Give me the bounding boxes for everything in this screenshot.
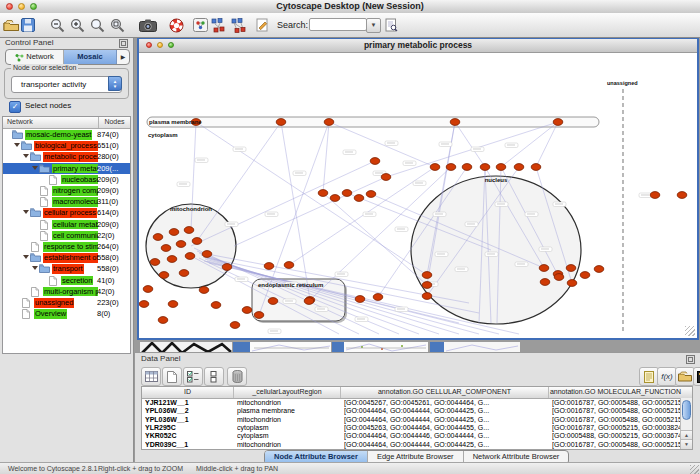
tree-row[interactable]: Overview8(0) <box>3 308 130 319</box>
tree-column-network[interactable]: Network <box>3 117 99 128</box>
graph-node[interactable] <box>324 119 334 126</box>
zoom-in-button[interactable] <box>70 16 85 34</box>
graph-node[interactable] <box>342 190 352 197</box>
network-window-titlebar[interactable]: primary metabolic process <box>139 39 697 53</box>
graph-node[interactable] <box>276 119 286 126</box>
graph-node[interactable] <box>580 272 590 279</box>
zoom-selected-button[interactable] <box>90 16 105 34</box>
graph-node[interactable] <box>539 265 549 272</box>
expand-arrow-icon[interactable] <box>32 266 38 270</box>
graph-node[interactable] <box>254 312 264 319</box>
tree-column-nodes[interactable]: Nodes <box>99 117 130 128</box>
column-header-molecular-function[interactable]: annotation.GO MOLECULAR_FUNCTION <box>549 387 682 398</box>
tree-row[interactable]: nucleobase-209(0) <box>3 174 130 185</box>
expand-arrow-icon[interactable] <box>14 143 20 147</box>
graph-node[interactable] <box>554 274 564 281</box>
graph-node[interactable] <box>150 259 160 266</box>
tab-mosaic[interactable]: Mosaic <box>64 50 117 64</box>
graph-node[interactable] <box>553 119 563 126</box>
graph-node[interactable] <box>677 192 687 199</box>
graph-node[interactable] <box>159 272 169 279</box>
vizmapper-button[interactable] <box>193 16 208 34</box>
tab-overflow-arrow[interactable]: ▶ <box>117 50 129 64</box>
graph-node[interactable] <box>153 234 163 241</box>
graph-node[interactable] <box>422 282 432 289</box>
tree-row[interactable]: unassigned223(0) <box>3 297 130 308</box>
graph-node[interactable] <box>355 296 365 303</box>
tree-row[interactable]: biological_process651(0) <box>3 140 130 151</box>
snapshot-button[interactable] <box>139 16 157 34</box>
table-row[interactable]: YKR052Ccytoplasm[GO:0044464, GO:0044446,… <box>142 432 681 440</box>
graph-node[interactable] <box>462 164 472 171</box>
scrollbar-thumb[interactable] <box>682 400 691 420</box>
node-color-combobox[interactable]: transporter activity ▲▼ <box>11 76 122 93</box>
graph-node[interactable] <box>370 158 380 165</box>
graph-node[interactable] <box>540 279 550 286</box>
table-row[interactable]: YJR121W__1mitochondrion[GO:0045267, GO:0… <box>142 399 681 407</box>
graph-node[interactable] <box>284 262 294 269</box>
combobox-stepper-icon[interactable]: ▲▼ <box>108 76 122 91</box>
tree-row[interactable]: mosaic-demo-yeast874(0) <box>3 129 130 140</box>
graph-node[interactable] <box>480 164 490 171</box>
graph-node[interactable] <box>566 265 576 272</box>
unselect-attributes-button[interactable] <box>204 367 224 386</box>
tree-row[interactable]: establishment of lo558(0) <box>3 252 130 263</box>
column-header-id[interactable]: ID <box>142 387 234 398</box>
table-scrollbar[interactable]: ▲ ▼ <box>680 398 692 449</box>
network-canvas[interactable]: plasma membranecytoplasmmitochondrionnuc… <box>139 53 697 338</box>
graph-node[interactable] <box>330 195 340 202</box>
tree-row[interactable]: metabolic process280(0) <box>3 151 130 162</box>
delete-attribute-button[interactable] <box>227 367 247 386</box>
graph-node[interactable] <box>496 164 506 171</box>
tree-row[interactable]: multi-organism pro42(0) <box>3 286 130 297</box>
annotation-button[interactable] <box>256 16 269 34</box>
graph-node[interactable] <box>366 191 376 198</box>
tree-row[interactable]: nitrogen compo209(0) <box>3 185 130 196</box>
graph-node[interactable] <box>242 307 252 314</box>
graph-node[interactable] <box>211 302 221 309</box>
graph-node[interactable] <box>169 229 179 236</box>
search-dropdown-button[interactable]: ▼ <box>366 18 381 33</box>
graph-node[interactable] <box>176 241 186 248</box>
open-attributes-button[interactable] <box>675 367 695 386</box>
window-resize-grip[interactable] <box>685 326 695 336</box>
column-header-cellular-component[interactable]: annotation.GO CELLULAR_COMPONENT <box>341 387 549 398</box>
formula-button[interactable]: f(x) <box>657 367 677 386</box>
graph-node[interactable] <box>202 251 212 258</box>
graph-node[interactable] <box>650 192 660 199</box>
graph-node[interactable] <box>514 164 524 171</box>
tab-network[interactable]: Network <box>6 50 64 64</box>
layout-button-2[interactable] <box>231 16 247 34</box>
new-attribute-button[interactable] <box>162 367 182 386</box>
expand-arrow-icon[interactable] <box>23 210 29 214</box>
graph-node[interactable] <box>567 280 577 287</box>
graph-node[interactable] <box>161 245 171 252</box>
tree-row[interactable]: primary metabo209(... <box>3 163 130 174</box>
search-input[interactable] <box>309 18 367 31</box>
zoom-out-button[interactable] <box>50 16 65 34</box>
graph-node[interactable] <box>264 263 274 270</box>
graph-node[interactable] <box>373 294 383 301</box>
tree-row[interactable]: macromolecule311(0) <box>3 196 130 207</box>
graph-node[interactable] <box>354 195 364 202</box>
graph-node[interactable] <box>168 301 178 308</box>
float-data-panel-icon[interactable] <box>686 355 695 364</box>
attribute-table-button[interactable] <box>141 367 161 386</box>
graph-node[interactable] <box>143 286 153 293</box>
expand-arrow-icon[interactable] <box>23 154 29 158</box>
matrix-button[interactable] <box>693 367 700 386</box>
tree-row[interactable]: cell communicat22(0) <box>3 230 130 241</box>
float-panel-icon[interactable] <box>119 39 128 48</box>
graph-node[interactable] <box>430 164 440 171</box>
table-row[interactable]: YPL036W__2plasma membrane[GO:0044464, GO… <box>142 407 681 415</box>
save-session-button[interactable] <box>21 16 35 34</box>
graph-node[interactable] <box>185 253 195 260</box>
tree-row[interactable]: response to stimul264(0) <box>3 241 130 252</box>
graph-node[interactable] <box>268 298 278 305</box>
graph-node[interactable] <box>139 301 149 308</box>
graph-node[interactable] <box>167 256 177 263</box>
graph-node[interactable] <box>230 322 240 329</box>
graph-node[interactable] <box>222 264 232 271</box>
tree-row[interactable]: cellular metabo209(0) <box>3 219 130 230</box>
table-row[interactable]: YDR039C__1mitochondrion[GO:0044464, GO:0… <box>142 441 681 449</box>
